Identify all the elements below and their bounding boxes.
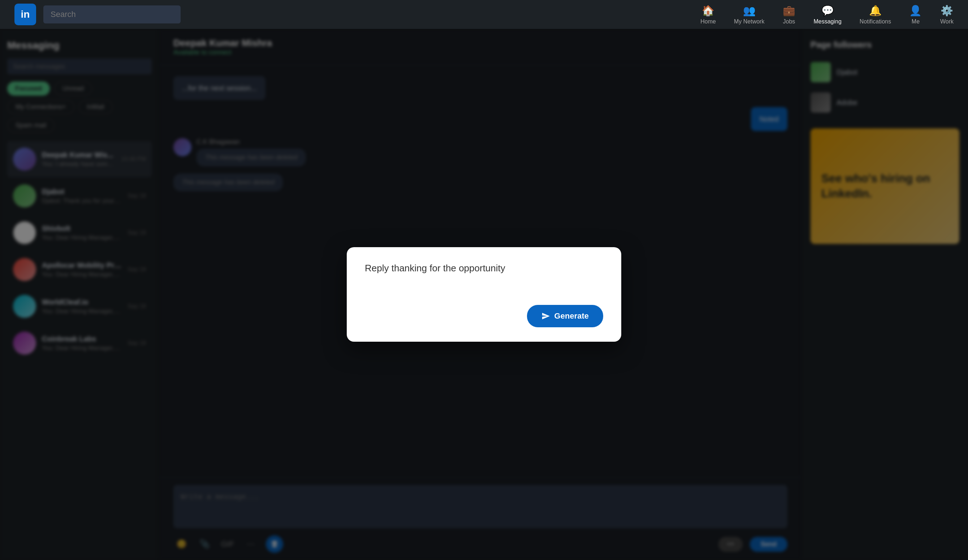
- nav-item-network[interactable]: 👥 My Network: [734, 4, 764, 25]
- nav-item-messaging[interactable]: 💬 Messaging: [814, 4, 841, 25]
- nav-label-jobs: Jobs: [783, 18, 796, 25]
- nav-label-profile: Me: [912, 18, 920, 25]
- nav-item-home[interactable]: 🏠 Home: [700, 4, 716, 25]
- home-icon: 🏠: [702, 4, 715, 17]
- nav-label-network: My Network: [734, 18, 764, 25]
- generate-label: Generate: [554, 311, 589, 321]
- notifications-icon: 🔔: [869, 4, 882, 17]
- modal-footer: Generate: [365, 305, 603, 327]
- topbar-nav: 🏠 Home 👥 My Network 💼 Jobs 💬 Messaging 🔔…: [700, 4, 953, 25]
- generate-icon: [542, 312, 550, 320]
- topbar: in 🏠 Home 👥 My Network 💼 Jobs 💬 Messagin…: [0, 0, 968, 29]
- global-search-input[interactable]: [43, 5, 181, 23]
- nav-label-home: Home: [700, 18, 716, 25]
- nav-item-jobs[interactable]: 💼 Jobs: [782, 4, 796, 25]
- messaging-icon: 💬: [821, 4, 834, 17]
- nav-label-notifications: Notifications: [860, 18, 891, 25]
- nav-label-messaging: Messaging: [814, 18, 841, 25]
- nav-item-notifications[interactable]: 🔔 Notifications: [860, 4, 891, 25]
- linkedin-logo: in: [15, 3, 36, 25]
- generate-button[interactable]: Generate: [527, 305, 603, 327]
- nav-item-work[interactable]: ⚙️ Work: [940, 4, 953, 25]
- modal-overlay: Reply thanking for the opportunity Gener…: [0, 29, 968, 560]
- ai-generate-modal: Reply thanking for the opportunity Gener…: [347, 247, 621, 342]
- main-layout: Messaging Focused Unread My Connections+…: [0, 29, 968, 560]
- network-icon: 👥: [743, 4, 756, 17]
- nav-item-profile[interactable]: 👤 Me: [909, 4, 922, 25]
- jobs-icon: 💼: [782, 4, 796, 17]
- work-icon: ⚙️: [940, 4, 953, 17]
- modal-prompt-text: Reply thanking for the opportunity: [365, 262, 603, 291]
- profile-icon: 👤: [909, 4, 922, 17]
- nav-label-work: Work: [940, 18, 953, 25]
